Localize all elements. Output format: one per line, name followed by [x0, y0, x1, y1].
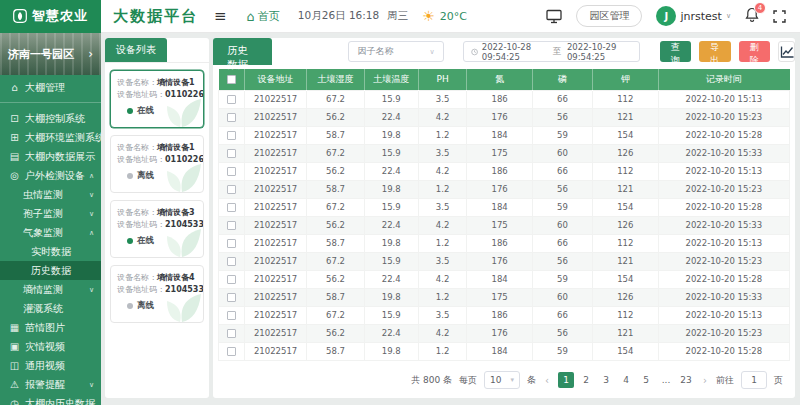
sidebar-item-label: 灌溉系统 — [23, 302, 63, 316]
park-manage-button[interactable]: 园区管理 — [576, 5, 642, 27]
sidebar-item[interactable]: ⊞大棚环境监测系统 — [0, 128, 101, 147]
sidebar-item[interactable]: 气象监测∧ — [0, 223, 101, 242]
table-cell: 2022-10-20 15:28 — [658, 198, 789, 216]
user-menu[interactable]: J jnrstest ∨ — [656, 6, 731, 26]
sidebar-item[interactable]: 虫情监测∨ — [0, 185, 101, 204]
row-checkbox[interactable] — [227, 347, 236, 356]
row-checkbox[interactable] — [227, 221, 236, 230]
row-checkbox[interactable] — [227, 203, 236, 212]
page-button[interactable]: 2 — [578, 372, 594, 388]
table-row: 2102251758.719.81.2186661122022-10-20 15… — [219, 234, 790, 252]
row-checkbox[interactable] — [227, 185, 236, 194]
device-card[interactable]: 设备名称：墒情设备4设备地址码：21045335离线 — [110, 265, 204, 323]
table-cell: 121 — [592, 108, 658, 126]
column-header: 设备地址 — [244, 69, 307, 90]
table-cell: 121 — [592, 324, 658, 342]
table-cell: 21022517 — [244, 342, 307, 360]
row-checkbox[interactable] — [227, 95, 236, 104]
notification-bell[interactable]: 4 — [745, 7, 759, 26]
row-checkbox[interactable] — [227, 113, 236, 122]
sidebar-item-label: 大棚管理 — [25, 81, 65, 95]
column-header: 磷 — [533, 69, 593, 90]
table-cell: 2022-10-20 15:13 — [658, 306, 789, 324]
table-row: 2102251756.222.44.2176561212022-10-20 15… — [219, 108, 790, 126]
row-checkbox[interactable] — [227, 293, 236, 302]
row-checkbox[interactable] — [227, 311, 236, 320]
date-range-picker[interactable]: 2022-10-28 09:54:25 至 2022-10-29 09:54:2… — [463, 41, 640, 62]
park-name: 济南一号园区 — [8, 47, 74, 62]
sidebar-item[interactable]: 墒情监测∨ — [0, 280, 101, 299]
sidebar-item[interactable]: ⊡大棚控制系统 — [0, 109, 101, 128]
table-cell: 19.8 — [364, 180, 418, 198]
page-button[interactable]: 1 — [558, 372, 574, 388]
sidebar-item-label: 墒情监测 — [23, 283, 63, 297]
table-row: 2102251756.222.44.2175601262022-10-20 15… — [219, 216, 790, 234]
table-cell: 175 — [467, 288, 533, 306]
export-button[interactable]: 导出 — [699, 41, 730, 62]
row-checkbox[interactable] — [227, 167, 236, 176]
device-card[interactable]: 设备名称：墒情设备3设备地址码：21045334在线 — [110, 200, 204, 258]
table-cell: 4.2 — [418, 270, 467, 288]
collapse-menu-icon[interactable]: ≡ — [214, 7, 227, 25]
table-cell: 21022517 — [244, 252, 307, 270]
table-cell: 112 — [592, 162, 658, 180]
sidebar-item[interactable]: ⌂大棚管理 — [0, 78, 101, 97]
monitor-icon[interactable] — [546, 9, 562, 24]
home-label: 首页 — [258, 9, 280, 24]
sidebar-item[interactable]: 孢子监测∨ — [0, 204, 101, 223]
row-checkbox[interactable] — [227, 239, 236, 248]
date-end: 2022-10-29 09:54:25 — [567, 42, 632, 62]
table-cell: 66 — [533, 306, 593, 324]
factor-name-select[interactable]: 因子名称 ∨ — [348, 41, 443, 62]
sidebar-item[interactable]: 实时数据 — [0, 242, 101, 261]
table-cell: 56.2 — [307, 108, 364, 126]
park-selector[interactable]: 济南一号园区 › — [0, 33, 101, 75]
chart-view-button[interactable] — [778, 41, 795, 62]
alarm-reminder-icon: ⚠ — [9, 379, 20, 390]
page-button[interactable]: 23 — [678, 372, 694, 388]
sidebar-item[interactable]: ⚠报警提醒∨ — [0, 375, 101, 394]
per-page-select[interactable]: 10 ▾ — [484, 371, 520, 389]
device-card[interactable]: 设备名称：墒情设备1设备地址码：0110226666离线 — [110, 135, 204, 193]
device-list-panel: 设备列表 设备名称：墒情设备1设备地址码：0110226666在线设备名称：墒情… — [105, 38, 209, 398]
sidebar-item[interactable]: ▤大棚内数据展示 — [0, 147, 101, 166]
table-cell: 22.4 — [364, 324, 418, 342]
page-button[interactable]: 3 — [598, 372, 614, 388]
per-page-label: 每页 — [459, 374, 477, 387]
device-list-title: 设备列表 — [105, 38, 167, 62]
sidebar-item[interactable]: 历史数据 — [0, 261, 101, 280]
sidebar-item[interactable]: ◎户外检测设备∧ — [0, 166, 101, 185]
page-button[interactable]: 5 — [638, 372, 654, 388]
row-checkbox[interactable] — [227, 275, 236, 284]
query-button[interactable]: 查询 — [660, 41, 691, 62]
delete-button[interactable]: 删除 — [739, 41, 770, 62]
sidebar-item[interactable]: ▦苗情图片 — [0, 318, 101, 337]
sidebar-item[interactable]: ◷大棚内历史数据∨ — [0, 394, 101, 405]
device-name-label: 设备名称： — [117, 208, 157, 217]
prev-page-button[interactable]: ‹ — [543, 375, 551, 386]
pagination: 共 800 条 每页 10 ▾ 条 ‹ 12345...23 › 前往 页 — [411, 371, 783, 389]
breadcrumb-home[interactable]: ⌂ 首页 — [247, 9, 280, 24]
sidebar-item[interactable]: 灌溉系统 — [0, 299, 101, 318]
table-cell: 2022-10-20 15:23 — [658, 180, 789, 198]
goto-page-input[interactable] — [741, 371, 767, 389]
page-button[interactable]: 4 — [618, 372, 634, 388]
tab-history-data[interactable]: 历史数据 — [213, 38, 272, 65]
table-cell: 186 — [467, 306, 533, 324]
row-checkbox[interactable] — [227, 149, 236, 158]
fullscreen-icon[interactable] — [773, 10, 786, 23]
topbar-actions: 园区管理 J jnrstest ∨ 4 — [546, 5, 800, 27]
next-page-button[interactable]: › — [701, 375, 709, 386]
device-card[interactable]: 设备名称：墒情设备1设备地址码：0110226666在线 — [110, 70, 204, 128]
sidebar-item[interactable]: ◫通用视频 — [0, 356, 101, 375]
per-page-unit: 条 — [527, 374, 536, 387]
device-name: 墒情设备3 — [157, 208, 195, 217]
row-checkbox[interactable] — [227, 257, 236, 266]
status-dot — [127, 303, 133, 309]
select-all-checkbox[interactable] — [227, 75, 236, 84]
row-checkbox[interactable] — [227, 329, 236, 338]
table-cell: 58.7 — [307, 180, 364, 198]
sidebar-item[interactable]: ▣灾情视频 — [0, 337, 101, 356]
app-logo: 智慧农业 — [0, 0, 101, 33]
row-checkbox[interactable] — [227, 131, 236, 140]
